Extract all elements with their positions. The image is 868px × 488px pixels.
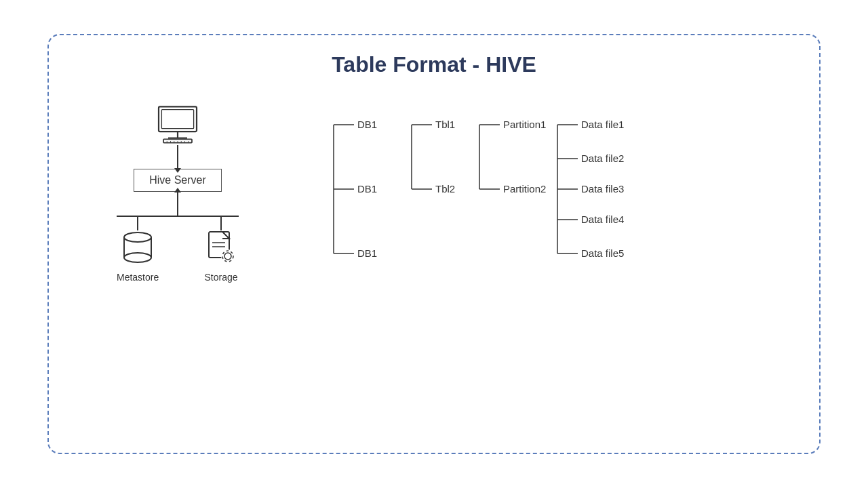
hive-server-label: Hive Server	[149, 174, 206, 186]
metastore-icon	[121, 230, 155, 268]
svg-text:DB1: DB1	[357, 183, 377, 195]
metastore-branch: Metastore	[117, 217, 159, 283]
svg-text:Data file3: Data file3	[581, 183, 624, 195]
storage-icon	[203, 230, 239, 268]
tree-diagram: DB1 DB1 DB1 Tbl1 Tbl2	[273, 98, 785, 277]
content-area: Hive Server	[83, 98, 785, 434]
svg-point-15	[124, 253, 151, 262]
storage-branch: Storage	[203, 217, 239, 283]
svg-text:Data file4: Data file4	[581, 214, 624, 225]
svg-text:DB1: DB1	[357, 247, 377, 259]
storage-label: Storage	[204, 272, 237, 283]
svg-text:DB1: DB1	[357, 119, 377, 130]
svg-text:Partition1: Partition1	[503, 119, 546, 130]
slide-container: Table Format - HIVE	[47, 34, 821, 454]
svg-text:Partition2: Partition2	[503, 183, 546, 195]
metastore-label: Metastore	[117, 272, 159, 283]
svg-point-20	[224, 253, 231, 260]
fork-branches: Metastore	[117, 217, 239, 283]
svg-text:Tbl1: Tbl1	[435, 119, 455, 130]
slide-title: Table Format - HIVE	[83, 52, 785, 77]
svg-text:Data file2: Data file2	[581, 152, 624, 164]
svg-point-12	[124, 232, 151, 242]
svg-text:Tbl2: Tbl2	[435, 183, 455, 195]
svg-rect-1	[161, 110, 193, 129]
arch-diagram: Hive Server	[83, 98, 273, 283]
svg-text:Data file5: Data file5	[581, 247, 624, 259]
arrow-computer-to-hive	[177, 145, 178, 169]
computer-icon	[154, 104, 201, 145]
svg-text:Data file1: Data file1	[581, 119, 624, 130]
arrow-hive-to-fork	[177, 192, 178, 216]
tree-svg: DB1 DB1 DB1 Tbl1 Tbl2	[293, 104, 673, 274]
